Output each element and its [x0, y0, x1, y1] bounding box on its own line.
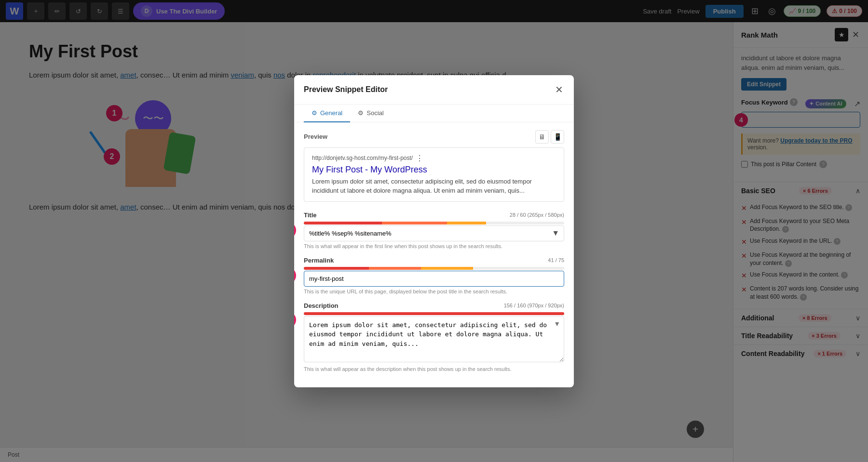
tab-social[interactable]: ⚙ Social: [350, 105, 391, 122]
preview-title-text[interactable]: My First Post - My WordPress: [312, 165, 556, 175]
title-progress-empty: [486, 222, 564, 224]
desc-progress-4: [512, 312, 564, 315]
modal-overlay[interactable]: Preview Snippet Editor ✕ ⚙ General ⚙ Soc…: [0, 0, 868, 462]
preview-label-row: Preview 🖥 📱: [304, 130, 564, 144]
tab-general[interactable]: ⚙ General: [304, 105, 350, 122]
permalink-progress-empty: [473, 267, 564, 270]
gear-icon: ⚙: [312, 109, 317, 117]
title-progress-yellow: [447, 222, 486, 224]
preview-box: http://donjetv.sg-host.com/my-first-post…: [304, 147, 564, 202]
tab-general-label: General: [320, 109, 342, 117]
description-progress-bar: [304, 312, 564, 315]
tab-social-label: Social: [366, 109, 383, 117]
desc-progress-2: [382, 312, 447, 315]
preview-section: Preview 🖥 📱 http://donjetv.sg-host.com/m…: [304, 130, 564, 202]
preview-label-text: Preview: [304, 133, 327, 140]
permalink-progress-yellow: [421, 267, 473, 270]
description-textarea-wrapper: ▼: [304, 316, 564, 364]
desc-progress-1: [304, 312, 382, 315]
title-progress-bar: [304, 222, 564, 224]
preview-dots[interactable]: ⋮: [416, 154, 423, 163]
desc-progress-3: [447, 312, 512, 315]
permalink-field-section: 2 Permalink 41 / 75 This is the unique U…: [304, 257, 564, 294]
title-progress-orange: [382, 222, 447, 224]
preview-url-row: http://donjetv.sg-host.com/my-first-post…: [312, 154, 556, 163]
description-field-section: 3 Description 156 / 160 (970px / 920px) …: [304, 302, 564, 372]
permalink-progress-orange: [369, 267, 421, 270]
description-field-counter: 156 / 160 (970px / 920px): [504, 303, 564, 308]
description-textarea[interactable]: [304, 316, 564, 362]
title-field-header: Title 28 / 60 (265px / 580px): [304, 211, 564, 219]
title-field-help: This is what will appear in the first li…: [304, 243, 564, 249]
permalink-field-counter: 41 / 75: [548, 257, 564, 263]
title-progress-red: [304, 222, 382, 224]
permalink-field-help: This is the unique URL of this page, dis…: [304, 289, 564, 294]
title-field-label: Title: [304, 211, 317, 219]
preview-description-text: Lorem ipsum dolor sit amet, consectetur …: [312, 177, 556, 196]
permalink-field-label: Permalink: [304, 257, 334, 264]
modal-close-btn[interactable]: ✕: [554, 83, 564, 96]
title-field-section: 1 Title 28 / 60 (265px / 580px) %title% …: [304, 211, 564, 249]
modal-header: Preview Snippet Editor ✕: [294, 75, 574, 105]
textarea-expand-icon[interactable]: ▼: [554, 320, 560, 328]
permalink-progress-red: [304, 267, 369, 270]
permalink-progress-bar: [304, 267, 564, 270]
preview-url-text: http://donjetv.sg-host.com/my-first-post…: [312, 155, 413, 161]
modal-body: Preview 🖥 📱 http://donjetv.sg-host.com/m…: [294, 122, 574, 387]
title-select[interactable]: %title% %sep% %sitename%: [304, 225, 564, 241]
step-badge-modal-2: 2: [294, 267, 296, 284]
title-field-counter: 28 / 60 (265px / 580px): [510, 212, 564, 218]
description-field-help: This is what will appear as the descript…: [304, 366, 564, 372]
mobile-view-btn[interactable]: 📱: [551, 130, 564, 144]
permalink-input[interactable]: [304, 271, 564, 287]
modal-title: Preview Snippet Editor: [304, 85, 388, 94]
preview-snippet-modal: Preview Snippet Editor ✕ ⚙ General ⚙ Soc…: [294, 75, 574, 387]
title-select-wrapper: %title% %sep% %sitename% ▼: [304, 225, 564, 241]
desktop-view-btn[interactable]: 🖥: [535, 130, 549, 144]
step-badge-modal-3: 3: [294, 312, 296, 328]
description-field-label: Description: [304, 302, 339, 309]
permalink-field-header: Permalink 41 / 75: [304, 257, 564, 264]
step-badge-modal-1: 1: [294, 222, 296, 238]
social-icon: ⚙: [358, 109, 364, 117]
modal-tabs: ⚙ General ⚙ Social: [294, 105, 574, 122]
description-field-header: Description 156 / 160 (970px / 920px): [304, 302, 564, 309]
preview-device-btns: 🖥 📱: [535, 130, 564, 144]
